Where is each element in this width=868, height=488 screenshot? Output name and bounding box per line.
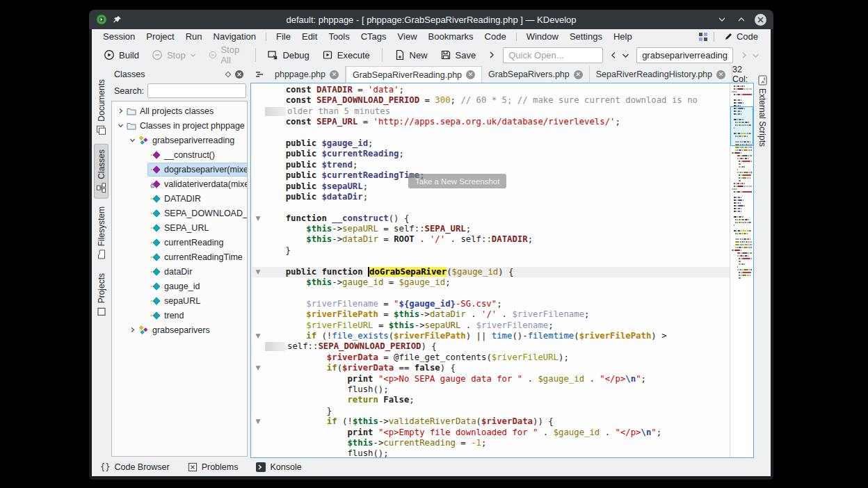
- panel-title: Classes: [114, 70, 223, 79]
- menu-window[interactable]: Window: [521, 31, 564, 42]
- gutter: [251, 85, 265, 95]
- dock-tab-filesystem[interactable]: Filesystem: [95, 202, 108, 263]
- area-switcher-icon[interactable]: [698, 32, 708, 42]
- menu-file[interactable]: File: [271, 31, 296, 42]
- tab-close-icon[interactable]: ✕: [466, 70, 475, 79]
- dock-tab-classes[interactable]: Classes: [95, 145, 108, 198]
- gutter: [251, 374, 265, 384]
- float-panel-icon[interactable]: [223, 69, 234, 80]
- tab-close-icon[interactable]: ✕: [716, 70, 725, 79]
- fold-marker[interactable]: ▼: [251, 213, 265, 224]
- class-tree[interactable]: All projects classesClasses in project p…: [111, 101, 248, 457]
- class-tree-item[interactable]: Classes in project phppage: [112, 118, 247, 133]
- dock-tab-external-scripts[interactable]: External Scripts: [756, 72, 769, 151]
- menu-project[interactable]: Project: [140, 31, 179, 42]
- expander-expanded[interactable]: [116, 122, 124, 129]
- menu-session[interactable]: Session: [97, 31, 140, 42]
- class-tree-item[interactable]: All projects classes: [112, 104, 247, 118]
- minimap-viewport[interactable]: [730, 106, 753, 146]
- class-tree-item[interactable]: grabseparivers: [112, 323, 247, 337]
- dock-tab-projects[interactable]: Projects: [95, 268, 108, 321]
- editor-tab[interactable]: SepaRiverReadingHistory.php✕: [590, 66, 732, 83]
- close-panel-icon[interactable]: [234, 69, 245, 80]
- gutter: [251, 448, 265, 457]
- fold-marker[interactable]: ▼: [251, 267, 265, 277]
- menu-run[interactable]: Run: [180, 31, 208, 42]
- search-prev-button[interactable]: [610, 51, 618, 59]
- code-line: ▼ if (!$this->validateRiverData($riverDa…: [251, 416, 730, 427]
- code-editor[interactable]: const DATADIR = 'data'; const SEPA_DOWNL…: [250, 83, 754, 458]
- minimap[interactable]: [730, 83, 753, 457]
- menu-tools[interactable]: Tools: [323, 31, 355, 42]
- editor-tab[interactable]: phppage.php✕: [268, 66, 346, 83]
- symbol-search-input[interactable]: grabsepariverreading: [636, 47, 733, 63]
- menu-settings[interactable]: Settings: [564, 31, 608, 42]
- class-tree-item[interactable]: dataDir: [112, 264, 247, 279]
- search-next-button[interactable]: [740, 51, 748, 59]
- quick-open-input[interactable]: Quick Open...: [503, 47, 603, 63]
- code-line: ▼ function __construct() {: [251, 213, 730, 224]
- stop-all-button[interactable]: Stop All: [204, 42, 248, 68]
- save-button[interactable]: Save: [435, 47, 481, 63]
- search-next-dropdown-button[interactable]: [752, 51, 760, 59]
- stop-button[interactable]: Stop: [147, 47, 201, 63]
- pin-icon[interactable]: [113, 15, 122, 24]
- gutter: [251, 95, 265, 106]
- code-browser-button[interactable]: {} Code Browser: [100, 462, 170, 472]
- gutter: [251, 170, 265, 181]
- menu-help[interactable]: Help: [608, 31, 638, 42]
- gutter: [251, 128, 265, 138]
- editor-tab[interactable]: GrabSepaRivers.php✕: [482, 66, 590, 83]
- search-dropdown-button[interactable]: [622, 51, 629, 59]
- class-tree-item[interactable]: sepaURL: [112, 293, 247, 308]
- editor-tab[interactable]: GrabSepaRiverReading.php✕: [346, 66, 482, 83]
- debug-button[interactable]: Debug: [262, 47, 314, 63]
- dock-tab-documents[interactable]: Documents: [95, 74, 108, 140]
- maximize-button[interactable]: [735, 13, 748, 26]
- menu-navigation[interactable]: Navigation: [208, 31, 262, 42]
- build-button[interactable]: Build: [99, 47, 144, 63]
- close-button[interactable]: [755, 14, 766, 26]
- expander-expanded[interactable]: [128, 137, 136, 143]
- tab-close-icon[interactable]: ✕: [574, 70, 583, 79]
- method-icon: [150, 151, 161, 159]
- expander-collapsed[interactable]: [128, 327, 136, 333]
- menu-edit[interactable]: Edit: [296, 31, 323, 42]
- class-tree-item[interactable]: __construct(): [112, 147, 247, 162]
- class-tree-item[interactable]: DATADIR: [112, 191, 247, 206]
- class-tree-item[interactable]: gauge_id: [112, 279, 247, 293]
- code-line: [251, 202, 730, 213]
- menu-ctags[interactable]: CTags: [355, 31, 392, 42]
- expander-collapsed[interactable]: [116, 108, 124, 114]
- fold-marker[interactable]: ▼: [251, 416, 265, 427]
- toolbar-expand-button[interactable]: [483, 48, 500, 62]
- new-button[interactable]: New: [389, 47, 433, 63]
- document-list-icon[interactable]: [250, 66, 268, 83]
- code-mode-button[interactable]: Code: [720, 31, 762, 42]
- menu-view[interactable]: View: [392, 31, 423, 42]
- class-tree-item[interactable]: trend: [112, 308, 247, 323]
- gutter: [251, 428, 265, 438]
- fold-marker[interactable]: ▼: [251, 363, 265, 373]
- code-line: public $trend;: [251, 160, 730, 170]
- class-tree-item[interactable]: SEPA_DOWNLOAD_PERIOD: [112, 206, 247, 220]
- menu-code[interactable]: Code: [479, 31, 512, 42]
- problems-button[interactable]: Problems: [188, 462, 239, 472]
- titlebar[interactable]: default: phppage - [ phppage:GrabSepaRiv…: [89, 10, 773, 29]
- execute-button[interactable]: Execute: [317, 47, 375, 63]
- gutter: [251, 181, 265, 192]
- class-tree-item[interactable]: validateriverdata(mixed): [112, 177, 247, 191]
- class-tree-item[interactable]: grabsepariverreading: [112, 133, 247, 147]
- class-tree-item[interactable]: dograbsepariver(mixed): [112, 162, 247, 177]
- code-line: flush();: [251, 384, 730, 395]
- fold-marker[interactable]: ▼: [251, 331, 265, 341]
- menu-bookmarks[interactable]: Bookmarks: [423, 31, 479, 42]
- class-tree-item[interactable]: currentReadingTime: [112, 250, 247, 264]
- tab-close-icon[interactable]: ✕: [330, 70, 339, 79]
- minimize-button[interactable]: [716, 13, 728, 26]
- class-tree-item[interactable]: SEPA_URL: [112, 220, 247, 235]
- class-search-input[interactable]: [147, 83, 246, 98]
- class-tree-item[interactable]: currentReading: [112, 235, 247, 250]
- code-line: ▼ public function doGrabSepaRiver($gauge…: [251, 267, 730, 277]
- konsole-button[interactable]: Konsole: [256, 462, 301, 472]
